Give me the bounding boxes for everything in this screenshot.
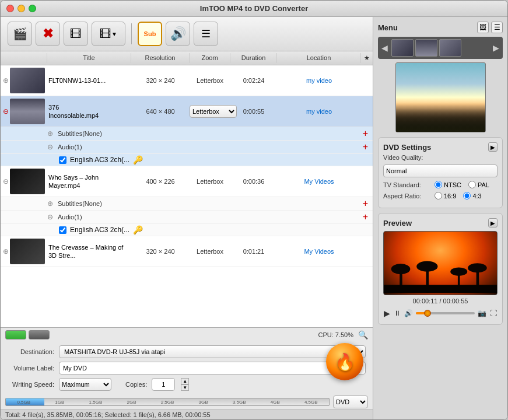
- add-subtitle-button-3[interactable]: +: [363, 198, 368, 209]
- slider-thumb[interactable]: [424, 310, 431, 317]
- pal-option[interactable]: PAL: [468, 181, 489, 188]
- convert-button-area: 🔥: [326, 343, 363, 380]
- audio-button[interactable]: 🔊: [166, 22, 190, 46]
- filmstrip-prev-button[interactable]: ◀: [380, 43, 389, 52]
- table-row[interactable]: ⊖ Who Says – John Mayer.mp4 400 × 226 Le…: [1, 166, 373, 197]
- file-thumbnail-1: [10, 68, 45, 93]
- file-zoom-4: Letterbox: [190, 248, 230, 255]
- progress-bar-area: CPU: 7.50% 🔍: [1, 328, 373, 342]
- preview-expand-button[interactable]: ▶: [488, 218, 498, 228]
- location-link-4[interactable]: My Videos: [304, 248, 334, 255]
- destination-select[interactable]: MATSHITA DVD-R UJ-85J via atapi: [59, 345, 366, 358]
- preview-title: Preview: [383, 219, 412, 228]
- filmstrip-next-button[interactable]: ▶: [492, 43, 500, 52]
- filmstrip-thumb-3[interactable]: [439, 39, 461, 57]
- location-link-1[interactable]: my video: [306, 77, 332, 84]
- volume-input[interactable]: [59, 362, 366, 374]
- audio-expand-icon-3: ⊖: [47, 213, 53, 221]
- fullscreen-button[interactable]: ⛶: [489, 309, 498, 318]
- screenshot-button[interactable]: 📷: [477, 309, 487, 318]
- file-list-area[interactable]: Title Resolution Zoom Duration Location …: [1, 51, 373, 327]
- expand-icon-3[interactable]: ⊖: [3, 177, 9, 186]
- table-row[interactable]: ⊕ The Crevasse – Making of 3D Stre... 32…: [1, 236, 373, 267]
- audio-track-settings-3[interactable]: 🔑: [133, 225, 143, 235]
- remove-button[interactable]: ✖: [36, 22, 60, 46]
- file-duration-3: 0:00:36: [230, 178, 277, 185]
- preview-controls: ▶ ⏸ 🔊 📷 ⛶: [383, 307, 498, 320]
- file-thumbnail-4: [10, 239, 45, 264]
- table-row[interactable]: ⊕ FLT0NNW1-13-01... 320 × 240 Letterbox …: [1, 65, 373, 96]
- palm-svg: [384, 257, 497, 295]
- location-link-3[interactable]: My Videos: [304, 178, 334, 185]
- audio-track-label-3: English AC3 2ch(...: [70, 226, 129, 234]
- convert-icon: 🔥: [335, 352, 355, 372]
- audio-icon: 🔊: [170, 26, 186, 41]
- speed-select[interactable]: Maximum High Medium Low: [59, 378, 111, 391]
- ntsc-option[interactable]: NTSC: [435, 181, 461, 188]
- menu-icon-button-1[interactable]: 🖼: [477, 22, 489, 33]
- ratio-4-3-radio[interactable]: [463, 192, 471, 200]
- file-thumbnail-3: [10, 169, 45, 194]
- film-icon: 🎬: [13, 27, 27, 41]
- disk-type-select[interactable]: DVD CD BD: [333, 396, 368, 408]
- filmstrip-thumb-2[interactable]: [415, 39, 437, 57]
- add-audio-button-3[interactable]: +: [363, 212, 368, 222]
- cpu-monitor-icon[interactable]: 🔍: [358, 330, 368, 340]
- maximize-button[interactable]: [29, 5, 36, 12]
- convert-button[interactable]: 🔥: [326, 343, 363, 380]
- progress-button-2[interactable]: [29, 330, 50, 340]
- list-button[interactable]: ☰: [194, 22, 218, 46]
- subtitle-button[interactable]: Sub: [138, 22, 162, 46]
- minimize-button[interactable]: [17, 5, 25, 12]
- menu-icon-button-2[interactable]: ☰: [491, 22, 503, 33]
- copies-up-button[interactable]: ▲: [181, 378, 189, 384]
- file-zoom-2[interactable]: Letterbox Pan & Scan Full Screen: [190, 105, 230, 118]
- expand-icon-4[interactable]: ⊕: [3, 247, 9, 256]
- copies-down-button[interactable]: ▼: [181, 384, 189, 391]
- play-button[interactable]: ▶: [383, 308, 391, 318]
- tv-standard-radio-group: NTSC PAL: [435, 181, 489, 188]
- volume-button[interactable]: 🔊: [404, 309, 414, 318]
- ratio-4-3-option[interactable]: 4:3: [463, 192, 481, 200]
- add-audio-button-2[interactable]: +: [363, 142, 368, 152]
- ratio-16-9-radio[interactable]: [435, 192, 442, 200]
- disk-tick-1: 1GB: [42, 400, 78, 405]
- audio-track-checkbox-2[interactable]: [59, 156, 66, 164]
- file-location-1: my video: [277, 77, 361, 84]
- ntsc-radio[interactable]: [435, 181, 442, 188]
- ratio-16-9-option[interactable]: 16:9: [435, 192, 456, 200]
- dvd-settings-expand-button[interactable]: ▶: [488, 142, 498, 152]
- filmstrip-thumb-1[interactable]: [391, 39, 414, 57]
- left-panel: 🎬 ✖ 🎞 🎞 ▼ Sub 🔊: [1, 17, 373, 419]
- add-files-button[interactable]: 🎬: [8, 22, 32, 46]
- audio-track-checkbox-3[interactable]: [59, 226, 66, 234]
- expand-icon-2[interactable]: ⊖: [3, 107, 9, 116]
- file-resolution-3: 400 × 226: [131, 178, 190, 185]
- preview-menu-button[interactable]: 🎞 ▼: [92, 22, 125, 46]
- location-link-2[interactable]: my video: [306, 108, 332, 115]
- preview-video: [383, 231, 498, 295]
- pause-button[interactable]: ⏸: [393, 309, 401, 318]
- pal-label: PAL: [478, 181, 489, 188]
- audio-track-settings-2[interactable]: 🔑: [133, 155, 143, 164]
- tv-standard-row: TV Standard: NTSC PAL: [383, 181, 498, 188]
- file-title-3: Who Says – John Mayer.mp4: [47, 172, 131, 191]
- settings-button[interactable]: 🎞: [64, 22, 88, 46]
- add-subtitle-button-2[interactable]: +: [363, 128, 368, 139]
- copies-input[interactable]: [152, 378, 175, 391]
- table-row[interactable]: ⊖ 376Inconsolable.mp4 640 × 480 Letterbo…: [1, 96, 373, 127]
- close-button[interactable]: [6, 5, 14, 12]
- subtitle-icon: Sub: [144, 30, 156, 37]
- disk-tick-3: 3GB: [185, 400, 222, 405]
- quality-select[interactable]: Normal High Low: [383, 164, 498, 177]
- progress-button-1[interactable]: [5, 330, 26, 340]
- pal-radio[interactable]: [468, 181, 476, 188]
- zoom-select-2[interactable]: Letterbox Pan & Scan Full Screen: [190, 105, 237, 118]
- subtitles-row-3: ⊕ Subtitles(None) +: [1, 197, 373, 211]
- disk-usage-bar: 0.5GB 1GB 1.5GB 2GB 2.5GB 3GB 3.5GB 4GB …: [5, 398, 330, 406]
- preview-slider[interactable]: [416, 312, 475, 314]
- audio-track-label-2: English AC3 2ch(...: [70, 156, 129, 164]
- disk-tick-2.5: 2.5GB: [149, 400, 185, 405]
- dvd-settings-section: DVD Settings ▶ Video Quality: Normal Hig…: [378, 137, 503, 208]
- expand-icon-1[interactable]: ⊕: [3, 76, 9, 85]
